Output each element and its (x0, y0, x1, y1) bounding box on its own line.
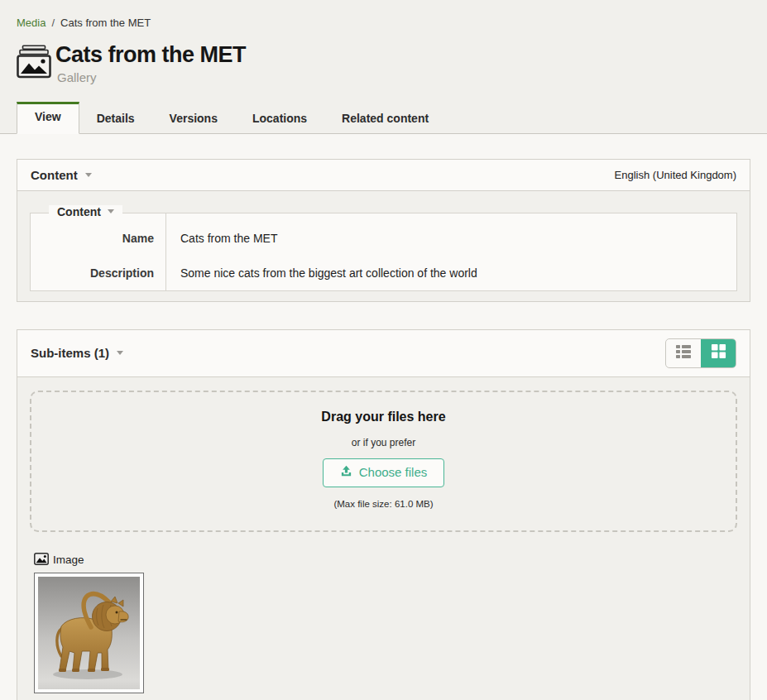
dropzone-title: Drag your files here (31, 410, 736, 424)
subitem-type-label: Image (53, 554, 84, 566)
breadcrumb-separator: / (51, 17, 55, 29)
tab-bar: View Details Versions Locations Related … (0, 102, 767, 134)
image-icon (34, 553, 49, 568)
file-dropzone[interactable]: Drag your files here or if you prefer Ch… (30, 391, 737, 532)
gallery-icon (17, 45, 51, 79)
field-value-description: Some nice cats from the biggest art coll… (165, 256, 736, 290)
subitem-card: Image (34, 553, 737, 693)
page-header-area: Media / Cats from the MET Cats from the … (0, 0, 767, 134)
list-view-button[interactable] (666, 339, 701, 367)
page-body: Content English (United Kingdom) Content… (0, 134, 767, 700)
field-row-name: Name Cats from the MET (31, 221, 736, 256)
caret-down-icon (117, 351, 123, 355)
max-file-size-note: (Max file size: 61.0 MB) (31, 499, 736, 509)
content-fieldset: Content Name Cats from the MET Descripti… (30, 213, 737, 291)
breadcrumb-current: Cats from the MET (60, 17, 151, 29)
content-panel-body: Content Name Cats from the MET Descripti… (17, 191, 750, 301)
upload-icon (340, 465, 352, 480)
breadcrumb: Media / Cats from the MET (17, 17, 750, 29)
fieldset-legend-toggle[interactable]: Content (49, 205, 122, 218)
subitem-thumbnail[interactable] (34, 573, 144, 693)
tab-details[interactable]: Details (79, 102, 152, 133)
content-panel-header: Content English (United Kingdom) (17, 160, 750, 191)
grid-view-icon (711, 343, 726, 362)
list-view-icon (675, 344, 692, 362)
dropzone-subtitle: or if you prefer (31, 437, 736, 448)
content-panel: Content English (United Kingdom) Content… (17, 159, 750, 302)
caret-down-icon (85, 173, 92, 177)
page-title-block: Cats from the MET Gallery (17, 43, 750, 84)
tab-view[interactable]: View (17, 102, 79, 134)
tab-versions[interactable]: Versions (152, 102, 235, 133)
field-value-name: Cats from the MET (165, 221, 736, 256)
content-panel-toggle[interactable]: Content (31, 168, 92, 182)
field-row-description: Description Some nice cats from the bigg… (31, 256, 736, 290)
subitems-panel-title: Sub-items (1) (31, 346, 109, 360)
choose-files-label: Choose files (359, 465, 428, 479)
field-label-description: Description (31, 256, 165, 290)
page-title: Cats from the MET (55, 43, 246, 68)
breadcrumb-media-link[interactable]: Media (17, 17, 46, 29)
grid-view-button[interactable] (701, 339, 736, 367)
choose-files-button[interactable]: Choose files (323, 458, 445, 487)
language-label: English (United Kingdom) (615, 169, 736, 181)
subitems-panel-body: Drag your files here or if you prefer Ch… (17, 377, 750, 700)
tab-related-content[interactable]: Related content (324, 102, 446, 133)
tab-locations[interactable]: Locations (235, 102, 324, 133)
subitems-panel-toggle[interactable]: Sub-items (1) (31, 346, 123, 360)
subitems-panel-header: Sub-items (1) (17, 330, 750, 377)
lion-sculpture-image (38, 577, 140, 689)
field-label-name: Name (31, 221, 165, 256)
fieldset-legend: Content (57, 205, 101, 218)
caret-down-icon (108, 209, 114, 213)
content-panel-title: Content (31, 168, 78, 182)
view-switcher (665, 338, 736, 368)
content-type-label: Gallery (57, 70, 246, 84)
subitems-panel: Sub-items (1) (17, 329, 750, 700)
